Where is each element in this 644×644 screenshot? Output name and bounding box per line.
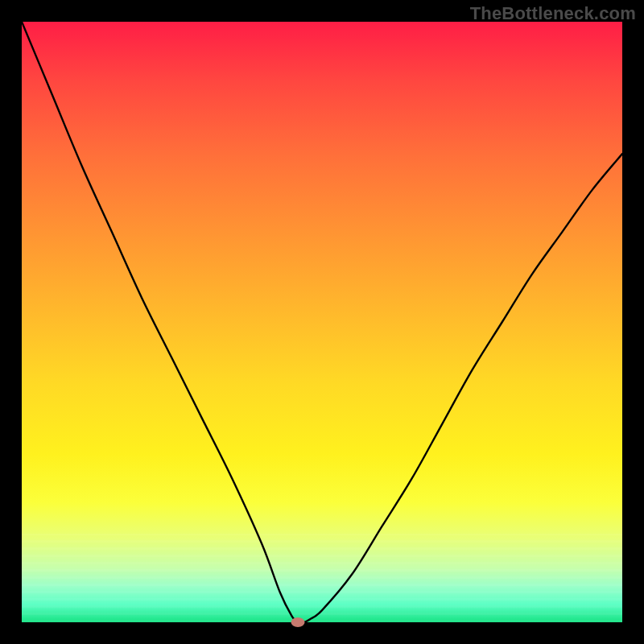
- optimal-point-marker: [291, 617, 305, 627]
- chart-frame: TheBottleneck.com: [0, 0, 644, 644]
- bottleneck-curve: [22, 22, 622, 622]
- watermark-text: TheBottleneck.com: [470, 3, 636, 24]
- plot-area: [22, 22, 622, 622]
